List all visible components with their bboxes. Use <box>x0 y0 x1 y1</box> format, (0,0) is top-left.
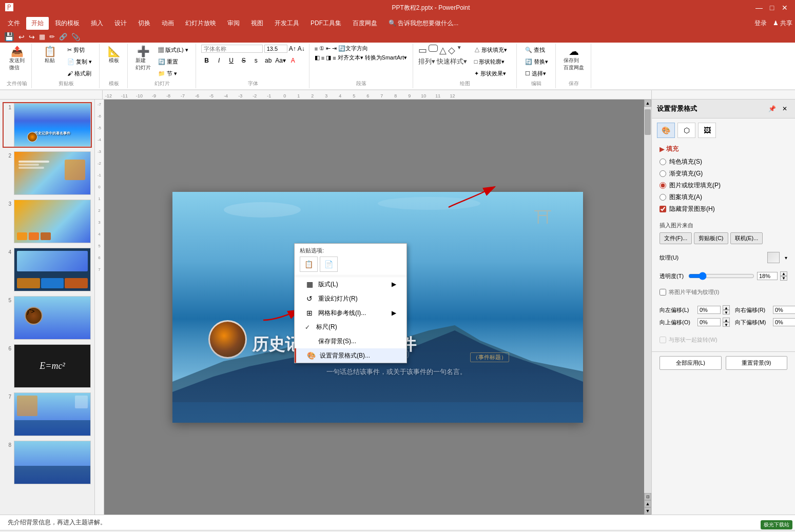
slide-thumb-5[interactable]: 5 ')"> <box>3 295 92 341</box>
decrease-font-btn[interactable]: A↓ <box>298 45 305 52</box>
offset-right-input[interactable] <box>773 306 795 314</box>
redo-btn[interactable]: ↪ <box>29 33 35 41</box>
scroll-up-btn[interactable]: ▲ <box>644 100 651 107</box>
menu-slideshow[interactable]: 幻灯片放映 <box>180 17 221 30</box>
undo-btn[interactable]: ↩ <box>18 33 25 41</box>
template-btn[interactable]: 📐 模板 <box>105 45 123 66</box>
rounded-rect-btn[interactable] <box>429 45 438 52</box>
scrollbar-vertical[interactable]: ▲ ⊡ ▲ ▼ <box>644 100 651 515</box>
fill-btn[interactable]: △ 形状填充▾ <box>471 45 510 55</box>
replace-btn[interactable]: 🔄 替换▾ <box>522 56 551 67</box>
panel-pin-btn[interactable]: 📌 <box>767 104 777 114</box>
close-btn[interactable]: ✕ <box>780 3 790 13</box>
attachment-qa-btn[interactable]: 📎 <box>71 33 80 41</box>
cm-ruler[interactable]: ✓ 标尺(R) <box>295 320 406 334</box>
font-color-btn[interactable]: A <box>287 55 299 66</box>
menu-pdf[interactable]: PDF工具集 <box>305 17 346 30</box>
strikethrough-btn[interactable]: S <box>238 55 249 66</box>
slide-thumb-8[interactable]: 8 <box>3 440 92 485</box>
presentation-view-btn[interactable]: ▦ <box>39 33 45 41</box>
transparency-down[interactable]: ▼ <box>780 276 787 281</box>
shape-tab[interactable]: ⬡ <box>677 123 695 138</box>
spacing-btn[interactable]: ab <box>263 55 274 66</box>
fill-tab[interactable]: 🎨 <box>657 123 675 138</box>
effect-btn[interactable]: ✦ 形状效果▾ <box>471 68 510 79</box>
picture-fill-radio[interactable] <box>660 182 666 189</box>
section-btn[interactable]: 📁 节 ▾ <box>155 68 191 79</box>
picture-tab[interactable]: 🖼 <box>698 123 716 138</box>
justify-btn[interactable]: ≡ <box>333 55 336 61</box>
font-size-input[interactable] <box>264 45 287 53</box>
reset-btn[interactable]: 🔄 重置 <box>155 56 191 67</box>
slide-thumb-1[interactable]: 1 历史记录中的著名事件 <box>3 102 92 148</box>
menu-baidu[interactable]: 百度网盘 <box>347 17 382 30</box>
underline-btn[interactable]: U <box>226 55 237 66</box>
italic-btn[interactable]: I <box>214 55 225 66</box>
cm-format-bg[interactable]: 🎨 设置背景格式(B)... <box>295 348 406 363</box>
triangle-btn[interactable]: △ <box>439 45 447 56</box>
indent-more-btn[interactable]: ⇥ <box>332 45 337 52</box>
rotate-checkbox[interactable] <box>660 337 666 343</box>
texture-dropdown[interactable]: ▾ <box>785 255 787 261</box>
bold-btn[interactable]: B <box>201 55 212 66</box>
insert-clipboard-btn[interactable]: 剪贴板(C) <box>694 232 728 244</box>
insert-file-btn[interactable]: 文件(F)... <box>660 232 692 244</box>
menu-insert[interactable]: 插入 <box>86 17 108 30</box>
more-shapes-btn[interactable]: ▼ <box>457 45 462 56</box>
paste-option-1[interactable]: 📋 <box>300 257 318 272</box>
cut-btn[interactable]: ✂ 剪切 <box>64 45 95 55</box>
hide-bg-checkbox[interactable] <box>660 206 666 212</box>
smartart-btn[interactable]: 转换为SmartArt▾ <box>365 54 407 62</box>
menu-file[interactable]: 文件 <box>3 17 25 30</box>
cm-reset-slide[interactable]: ↺ 重设幻灯片(R) <box>295 291 406 306</box>
slide-thumb-3[interactable]: 3 <box>3 199 92 244</box>
save-qa-btn[interactable]: 💾 <box>4 32 14 42</box>
paste-option-2[interactable]: 📄 <box>320 257 338 272</box>
shadow-btn[interactable]: s <box>250 55 262 66</box>
offset-left-down[interactable]: ▼ <box>723 310 730 314</box>
menu-devtools[interactable]: 开发工具 <box>269 17 304 30</box>
transparency-slider[interactable] <box>688 272 754 280</box>
outline-btn[interactable]: □ 形状轮廓▾ <box>471 56 510 67</box>
expand-btn[interactable]: ⊡ <box>644 493 651 500</box>
align-right-btn[interactable]: ◨ <box>326 54 331 61</box>
slide-thumb-6[interactable]: 6 E=mc² <box>3 343 92 389</box>
numbering-btn[interactable]: ① <box>319 45 324 52</box>
copy-btn[interactable]: 📄 复制 ▾ <box>64 56 95 67</box>
scroll-down-btn2[interactable]: ▲ <box>644 500 651 507</box>
scroll-down-btn[interactable]: ▼ <box>644 507 651 515</box>
format-painter-btn[interactable]: 🖌 格式刷 <box>64 68 95 79</box>
font-case-btn[interactable]: Aa▾ <box>275 55 286 66</box>
send-wechat-btn[interactable]: 📤 发送到微信 <box>7 45 27 73</box>
text-direction-btn[interactable]: 🔄文字方向 <box>338 45 368 52</box>
indent-less-btn[interactable]: ⇤ <box>326 45 331 52</box>
canvas-area[interactable]: ⛩ 历史记录中的著名事件 （事件标题） 一句话总结该事件，或关于该事件的一句名言… <box>104 100 651 515</box>
panel-close-btn[interactable]: ✕ <box>780 104 790 114</box>
slide-thumb-4[interactable]: 4 <box>3 247 92 292</box>
increase-font-btn[interactable]: A↑ <box>289 45 296 52</box>
menu-home[interactable]: 开始 <box>26 17 49 30</box>
bullet-btn[interactable]: ≡ <box>315 46 318 52</box>
new-slide-btn[interactable]: ➕ 新建幻灯片 <box>133 45 153 73</box>
align-text-btn[interactable]: 对齐文本▾ <box>338 54 363 62</box>
select-btn[interactable]: ☐ 选择▾ <box>522 68 549 79</box>
layout-btn[interactable]: ▦ 版式(L) ▾ <box>155 45 191 55</box>
font-name-input[interactable] <box>201 45 263 53</box>
transparency-up[interactable]: ▲ <box>780 271 787 276</box>
arrange-btn[interactable]: 排列▾ <box>418 57 435 66</box>
slide-thumb-7[interactable]: 7 <box>3 391 92 437</box>
slide-thumb-2[interactable]: 2 <box>3 150 92 196</box>
paste-btn[interactable]: 📋 粘贴 <box>37 45 63 66</box>
insert-online-btn[interactable]: 联机(E)... <box>730 232 763 244</box>
apply-all-btn[interactable]: 全部应用(L) <box>660 356 722 370</box>
offset-left-up[interactable]: ▲ <box>723 305 730 310</box>
find-btn[interactable]: 🔍 查找 <box>522 45 548 55</box>
link-qa-btn[interactable]: 🔗 <box>59 33 67 41</box>
scroll-thumb[interactable] <box>645 109 651 135</box>
quick-styles-btn[interactable]: 快速样式▾ <box>437 57 467 66</box>
cm-layout[interactable]: ▦ 版式(L) ▶ <box>295 277 406 291</box>
offset-top-input[interactable] <box>697 318 721 326</box>
offset-left-input[interactable] <box>697 306 721 314</box>
pattern-fill-radio[interactable] <box>660 194 666 201</box>
save-baidu-btn[interactable]: ☁ 保存到百度网盘 <box>561 45 587 73</box>
